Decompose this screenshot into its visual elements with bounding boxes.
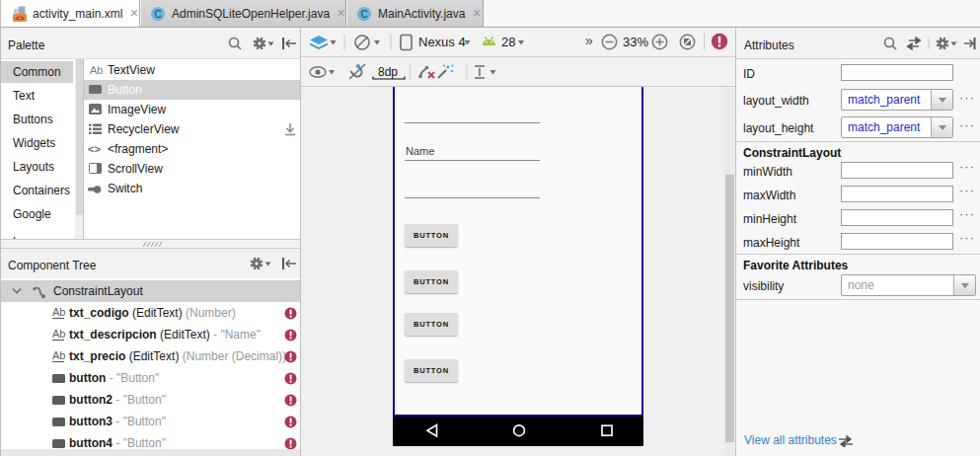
- svg-text:<>: <>: [15, 13, 25, 22]
- svg-text:<>: <>: [88, 143, 101, 155]
- svg-text:Ab: Ab: [52, 306, 65, 318]
- svg-text:Nexus 4: Nexus 4: [418, 35, 466, 49]
- svg-text:C: C: [154, 9, 161, 20]
- svg-text:Ab: Ab: [52, 349, 65, 361]
- svg-text:Ab: Ab: [52, 328, 65, 340]
- svg-text:28: 28: [501, 35, 515, 49]
- svg-text:Ab: Ab: [90, 64, 103, 76]
- svg-text:8dp: 8dp: [378, 65, 398, 79]
- svg-text:33%: 33%: [623, 35, 648, 49]
- svg-text:C: C: [360, 9, 367, 20]
